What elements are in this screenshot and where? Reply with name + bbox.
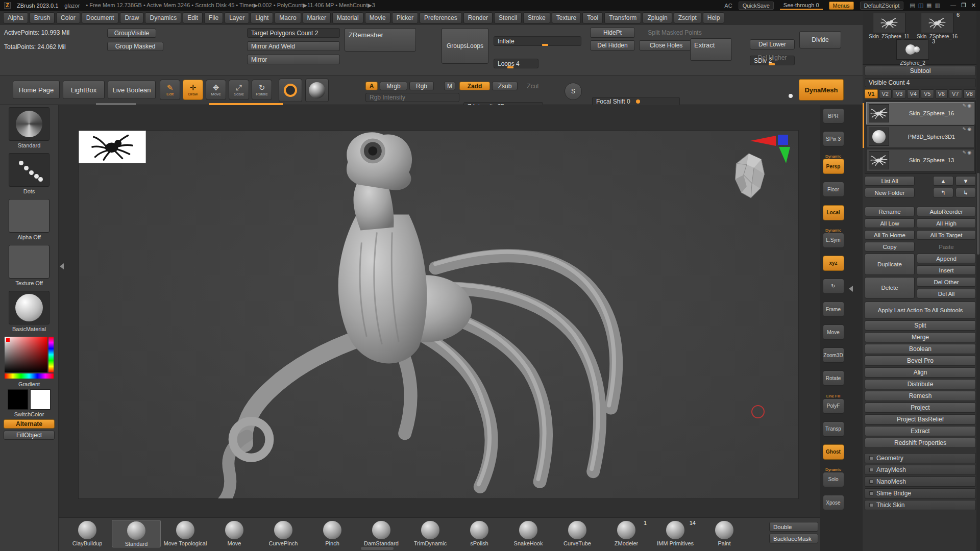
subtool-row-skin-zsphere-13[interactable]: Skin_ZSphere_13✎◉ — [866, 149, 974, 171]
version-tab-v7[interactable]: V7 — [949, 89, 962, 98]
menu-layer[interactable]: Layer — [225, 12, 249, 23]
zadd-button[interactable]: Zadd — [459, 82, 490, 90]
close-holes-button[interactable]: Close Holes — [639, 40, 693, 51]
groups-loops-button[interactable]: GroupsLoops — [442, 28, 488, 64]
menu-alpha[interactable]: Alpha — [3, 12, 28, 23]
brush-damstandard[interactable]: DamStandard — [357, 520, 406, 547]
eye-icon[interactable]: ◉ — [967, 150, 972, 155]
mirror-button[interactable]: Mirror — [247, 55, 340, 64]
version-tab-v3[interactable]: V3 — [893, 89, 906, 98]
switch-color-label[interactable]: SwitchColor — [14, 411, 44, 417]
version-tab-v6[interactable]: V6 — [935, 89, 948, 98]
screen-icon[interactable]: ▦ — [926, 2, 932, 9]
distribute-button[interactable]: Distribute — [865, 379, 976, 389]
left-tray-collapse-icon[interactable] — [60, 263, 64, 269]
a-toggle-button[interactable]: A — [365, 82, 378, 90]
menu-render[interactable]: Render — [463, 12, 493, 23]
secondary-color-swatch[interactable] — [30, 389, 51, 410]
brush-curvepinch[interactable]: CurvePinch — [259, 520, 308, 547]
rgb-button[interactable]: Rgb — [409, 82, 434, 90]
group-masked-button[interactable]: Group Masked — [107, 42, 163, 51]
grid-icon[interactable]: ▥ — [935, 2, 940, 9]
menu-preferences[interactable]: Preferences — [420, 12, 462, 23]
right-strip-floor[interactable]: Floor — [822, 182, 845, 197]
brush-zmodeler[interactable]: 1ZModeler — [602, 520, 651, 547]
layout-icon[interactable]: ◫ — [918, 2, 923, 9]
menu-texture[interactable]: Texture — [552, 12, 581, 23]
brush-pinch[interactable]: Pinch — [308, 520, 357, 547]
bevel-pro-button[interactable]: Bevel Pro — [865, 356, 976, 366]
visible-count-slider[interactable]: Visible Count 4 — [865, 78, 976, 87]
minimize-button[interactable]: — — [950, 2, 956, 9]
draw-mode-button[interactable]: ✛ Draw — [183, 80, 203, 100]
align-button[interactable]: Align — [865, 367, 976, 378]
brush-paint[interactable]: Paint — [700, 520, 749, 547]
subtool-header[interactable]: Subtool — [865, 66, 976, 76]
brush-curvetube[interactable]: CurveTube — [553, 520, 602, 547]
list-all-button[interactable]: List All — [865, 176, 915, 186]
right-strip-xyz[interactable]: xyz — [822, 256, 845, 271]
right-strip-polyf[interactable]: Line FillPolyF — [822, 394, 845, 414]
lightbox-button[interactable]: LightBox — [63, 81, 105, 99]
m-button[interactable]: M — [444, 82, 455, 90]
tray-item-alpha-off[interactable]: Alpha Off — [9, 199, 50, 240]
folder-out-button[interactable]: ↰ — [933, 188, 953, 197]
hide-pt-button[interactable]: HidePt — [590, 28, 635, 38]
close-button[interactable]: ✕ — [971, 2, 976, 9]
saturation-value-square[interactable] — [5, 337, 47, 372]
pen-icon[interactable]: ✎ — [963, 127, 968, 132]
project-button[interactable]: Project — [865, 403, 976, 413]
menu-zplugin[interactable]: Zplugin — [643, 12, 672, 23]
alternate-button[interactable]: Alternate — [4, 419, 55, 429]
quicksave-button[interactable]: QuickSave — [739, 2, 774, 10]
color-picker[interactable] — [5, 337, 54, 379]
menu-tool[interactable]: Tool — [582, 12, 603, 23]
menu-document[interactable]: Document — [82, 12, 119, 23]
menu-marker[interactable]: Marker — [303, 12, 331, 23]
right-strip-ghost[interactable]: Ghost — [822, 444, 845, 460]
right-strip-zoom3d[interactable]: Zoom3D — [822, 347, 845, 363]
current-material-button[interactable] — [305, 79, 329, 102]
menu-zscript[interactable]: Zscript — [674, 12, 701, 23]
eye-icon[interactable]: ◉ — [967, 103, 972, 108]
tray-item-standard[interactable]: Standard — [9, 107, 50, 148]
zremesher-button[interactable]: ZRemesher — [345, 28, 416, 52]
insert-button[interactable]: Insert — [917, 265, 976, 275]
scale-mode-button[interactable]: ⤢ Scale — [229, 80, 249, 100]
version-tab-v4[interactable]: V4 — [907, 89, 920, 98]
move-up-button[interactable]: ▲ — [933, 176, 953, 186]
brush-standard[interactable]: Standard — [112, 520, 161, 547]
pen-icon[interactable]: ✎ — [963, 103, 968, 108]
eye-icon[interactable]: ◉ — [967, 127, 972, 132]
right-strip-move[interactable]: Move — [822, 324, 845, 340]
palette-section-arraymesh[interactable]: ArrayMesh — [865, 465, 976, 475]
canvas-area[interactable] — [59, 105, 820, 517]
version-tab-v2[interactable]: V2 — [879, 89, 892, 98]
right-strip-solo[interactable]: DynamicSolo — [822, 467, 845, 487]
right-strip-spix-3[interactable]: SPix 3 — [822, 131, 845, 146]
del-hidden-button[interactable]: Del Hidden — [590, 40, 635, 51]
tray-item-texture-off[interactable]: Texture Off — [9, 245, 50, 286]
new-folder-button[interactable]: New Folder — [865, 188, 915, 197]
right-strip-frame[interactable]: Frame — [822, 302, 845, 317]
del-lower-button[interactable]: Del Lower — [750, 39, 795, 49]
menu-file[interactable]: File — [204, 12, 223, 23]
project-basrelief-button[interactable]: Project BasRelief — [865, 414, 976, 424]
recent-tool-skin-zsphere-11[interactable]: Skin_ZSphere_11 — [866, 13, 913, 39]
redshift-properties-button[interactable]: Redshift Properties — [865, 438, 976, 448]
menu-dynamics[interactable]: Dynamics — [145, 12, 181, 23]
apply-last-action-button[interactable]: Apply Last Action To All Subtools — [865, 302, 976, 319]
right-strip-bpr[interactable]: BPR — [822, 108, 845, 123]
menu-macro[interactable]: Macro — [275, 12, 301, 23]
target-polygons-slider[interactable]: Target Polygons Count 2 — [247, 28, 340, 38]
fill-object-button[interactable]: FillObject — [4, 431, 55, 440]
merge-button[interactable]: Merge — [865, 332, 976, 342]
palette-section-slime-bridge[interactable]: Slime Bridge — [865, 488, 976, 498]
del-all-button[interactable]: Del All — [917, 289, 976, 298]
menu-stencil[interactable]: Stencil — [494, 12, 522, 23]
move-mode-button[interactable]: ✥ Move — [206, 80, 226, 100]
all-low-button[interactable]: All Low — [865, 218, 915, 228]
menu-draw[interactable]: Draw — [120, 12, 143, 23]
maximize-button[interactable]: ❐ — [961, 2, 966, 9]
current-brush-button[interactable] — [279, 79, 302, 102]
